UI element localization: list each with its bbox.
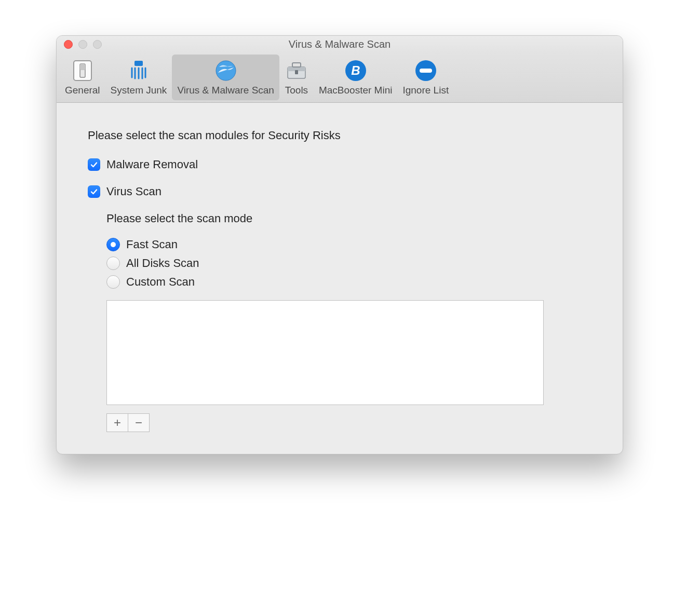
tab-label: System Junk: [111, 85, 167, 96]
tab-label: Ignore List: [402, 85, 449, 96]
checkbox-icon: [88, 158, 100, 171]
preferences-window: Virus & Malware Scan General: [56, 35, 623, 454]
plus-icon: +: [114, 416, 121, 429]
svg-text:B: B: [351, 63, 360, 77]
tab-ignore-list[interactable]: Ignore List: [397, 55, 454, 100]
checkbox-virus-scan[interactable]: Virus Scan: [88, 185, 591, 198]
scan-mode-heading: Please select the scan mode: [106, 212, 591, 225]
do-not-enter-icon: [414, 59, 438, 83]
custom-scan-paths-list[interactable]: [106, 300, 544, 405]
radio-icon: [106, 238, 120, 251]
traffic-lights: [57, 40, 102, 49]
svg-rect-18: [420, 69, 432, 73]
close-window-button[interactable]: [64, 40, 73, 49]
radio-all-disks-scan[interactable]: All Disks Scan: [106, 257, 591, 270]
window-title: Virus & Malware Scan: [57, 38, 623, 50]
checkbox-icon: [88, 185, 100, 198]
checkbox-label: Malware Removal: [106, 158, 198, 171]
radio-label: Fast Scan: [126, 238, 178, 251]
tab-tools[interactable]: Tools: [279, 55, 314, 100]
content-pane: Please select the scan modules for Secur…: [57, 103, 623, 453]
macbooster-badge-icon: B: [344, 59, 368, 83]
svg-rect-2: [80, 64, 85, 70]
titlebar: Virus & Malware Scan: [57, 36, 623, 52]
minus-icon: −: [135, 416, 142, 429]
checkbox-label: Virus Scan: [106, 185, 161, 198]
tab-label: General: [65, 85, 100, 96]
tab-macbooster-mini[interactable]: B MacBooster Mini: [314, 55, 398, 100]
scan-mode-group: Fast Scan All Disks Scan Custom Scan: [106, 238, 591, 289]
radio-icon: [106, 275, 120, 289]
minimize-window-button[interactable]: [78, 40, 87, 49]
radio-label: All Disks Scan: [126, 257, 199, 270]
toolbar: General System Junk: [57, 52, 623, 103]
toolbox-icon: [285, 59, 308, 83]
globe-icon: [214, 59, 238, 83]
tab-general[interactable]: General: [60, 55, 105, 100]
remove-path-button[interactable]: −: [128, 414, 149, 432]
checkbox-malware-removal[interactable]: Malware Removal: [88, 158, 591, 171]
svg-rect-14: [295, 70, 298, 74]
tab-label: MacBooster Mini: [319, 85, 393, 96]
intro-text: Please select the scan modules for Secur…: [88, 129, 591, 142]
radio-fast-scan[interactable]: Fast Scan: [106, 238, 591, 251]
add-remove-bar: + −: [106, 413, 150, 432]
broom-icon: [127, 59, 151, 83]
radio-label: Custom Scan: [126, 275, 195, 289]
radio-custom-scan[interactable]: Custom Scan: [106, 275, 591, 289]
switch-icon: [71, 59, 95, 83]
svg-rect-3: [134, 61, 143, 66]
tab-system-junk[interactable]: System Junk: [105, 55, 172, 100]
tab-label: Tools: [285, 85, 308, 96]
radio-icon: [106, 257, 120, 270]
zoom-window-button[interactable]: [93, 40, 102, 49]
svg-rect-13: [292, 63, 301, 67]
tab-label: Virus & Malware Scan: [177, 85, 274, 96]
tab-virus-malware-scan[interactable]: Virus & Malware Scan: [172, 55, 279, 100]
add-path-button[interactable]: +: [107, 414, 128, 432]
